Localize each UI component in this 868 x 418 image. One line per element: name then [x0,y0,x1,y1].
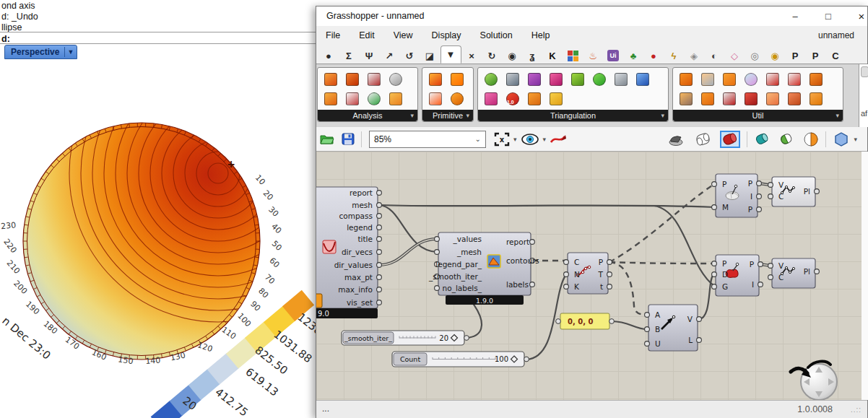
triangulation-icon-8[interactable] [636,73,649,86]
analysis-icon-2[interactable] [346,73,359,86]
resize-grip[interactable]: ..:: [851,406,862,414]
menu-help[interactable]: Help [522,26,560,45]
util-icon-9[interactable] [701,92,714,105]
triangulation-icon-10[interactable]: 1.0 [506,92,519,105]
tab-human-ui[interactable]: Ui [604,48,623,64]
maximize-button[interactable]: □ [816,9,841,24]
gh-canvas[interactable]: 9.0reportmeshcompasslegendtitledir_vecsd… [316,152,862,400]
util-icon-6[interactable] [788,73,801,86]
menu-view[interactable]: View [384,26,422,45]
preview-shaded-icon[interactable] [720,131,740,148]
open-file-button[interactable] [320,133,334,145]
tab-params[interactable]: ● [319,48,339,64]
tab-dragonfly[interactable]: ◇ [725,48,745,64]
util-icon-10[interactable] [723,92,736,105]
triangulation-icon-5[interactable] [571,73,584,86]
tab-plugin-p2[interactable]: P [806,48,825,64]
panel-label-bar[interactable]: Analysis▾ [318,110,417,121]
triangulation-icon-6[interactable] [593,73,606,86]
panel-label-bar[interactable]: Util▾ [673,110,843,121]
component-project-point[interactable]: PDGPI [712,255,763,296]
save-button[interactable] [342,133,355,145]
tab-intersect[interactable]: × [462,48,482,64]
chevron-down-icon[interactable]: ▼ [67,48,74,56]
util-icon-8[interactable] [680,92,693,105]
primitive-icon-2[interactable] [451,73,464,86]
document-preview-icon[interactable] [833,131,850,147]
viewport-tab-perspective[interactable]: Perspective ▼ [4,45,77,59]
util-icon-5[interactable] [766,73,779,86]
menu-file[interactable]: File [316,26,350,45]
util-icon-1[interactable] [680,73,693,86]
tab-butterfly[interactable]: ◈ [685,48,704,64]
tab-honeybee[interactable]: ϟ [664,48,684,64]
util-icon-3[interactable] [723,73,736,86]
triangulation-icon-2[interactable] [506,73,519,86]
primitive-icon-3[interactable] [429,92,442,105]
minimize-button[interactable]: – [783,9,807,24]
status-menu[interactable]: ... [322,404,329,414]
panel-label-bar[interactable]: Triangulation▾ [478,110,668,121]
panel-label-bar[interactable]: Primitive▾ [422,110,473,121]
tab-surface[interactable]: ◪ [420,48,440,64]
analysis-icon-3[interactable] [368,73,381,86]
util-icon-7[interactable] [810,73,823,86]
util-icon-4[interactable] [745,73,758,86]
sketch-button[interactable] [550,132,567,147]
component-divide-curve[interactable]: CNKPTt [564,253,612,294]
analysis-icon-7[interactable] [368,92,381,105]
tab-fire-plugin[interactable]: ♨ [583,48,603,64]
chevron-down-icon[interactable]: ▾ [543,136,547,143]
zoom-extents-button[interactable]: x [494,132,510,147]
value-panel[interactable]: 0, 0, 0 [556,313,615,329]
analysis-icon-1[interactable] [324,73,337,86]
preview-eye-button[interactable] [521,133,539,146]
slider-smoothiter[interactable]: _smooth_iter_20 [342,331,469,345]
tab-plugin-green[interactable]: ♣ [624,48,643,64]
analysis-icon-6[interactable] [346,92,359,105]
tab-kangaroo[interactable]: ʓ [523,48,542,64]
primitive-icon-4[interactable] [451,92,464,105]
tab-vector[interactable]: ↗ [380,48,399,64]
menu-display[interactable]: Display [422,26,471,45]
tab-maths[interactable]: Σ [339,48,359,64]
tab-panda[interactable]: ◐ [705,48,724,64]
menu-solution[interactable]: Solution [471,26,522,45]
util-icon-12[interactable] [766,92,779,105]
preview-material-icon[interactable] [803,131,819,147]
menu-edit[interactable]: Edit [350,26,384,45]
tab-mesh[interactable]: ▼ [440,45,461,64]
tab-kangaroo2[interactable]: K [543,48,563,64]
tab-display[interactable]: ◉ [503,48,522,64]
preview-wireframe-icon[interactable] [694,131,713,147]
preview-off-icon[interactable] [668,131,687,147]
tab-quad-plugin[interactable] [563,48,583,64]
zoom-level-combo[interactable]: 85% ⌄ [369,131,486,148]
title-bar[interactable]: Grasshopper - unnamed – □ × [316,6,867,27]
tab-plugin-c[interactable]: C [826,48,846,64]
primitive-icon-1[interactable] [429,73,442,86]
command-prompt[interactable]: d: [1,34,10,44]
close-button[interactable]: × [849,9,868,24]
scroll-button[interactable] [861,66,868,77]
analysis-icon-5[interactable] [324,92,337,105]
tab-sets[interactable]: Ψ [360,48,379,64]
util-icon-2[interactable] [701,73,714,86]
triangulation-icon-1[interactable] [485,73,498,86]
tab-wasp[interactable]: ◉ [765,48,785,64]
triangulation-icon-3[interactable] [528,73,541,86]
component-radiation-analysis[interactable]: 9.0reportmeshcompasslegendtitledir_vecsd… [316,187,381,318]
component-vector-2pt[interactable]: ABUVL [645,305,702,351]
tab-transform[interactable]: ↻ [482,48,502,64]
chevron-down-icon[interactable]: ▾ [513,136,517,143]
tab-ladybug[interactable]: ● [644,48,664,64]
preview-unselected-icon[interactable] [778,131,796,147]
util-icon-14[interactable] [810,92,823,105]
preview-selected-icon[interactable] [754,131,771,147]
component-mesh-closest-point[interactable]: PMPIP [712,174,762,217]
tab-curve[interactable]: ↺ [400,48,420,64]
util-icon-13[interactable] [788,92,801,105]
component-polyline-2[interactable]: VCPl [768,258,820,288]
component-contour-generator[interactable]: 1.9.0_values_meshlegend_par__smooth_iter… [428,232,539,305]
triangulation-icon-12[interactable] [550,92,563,105]
